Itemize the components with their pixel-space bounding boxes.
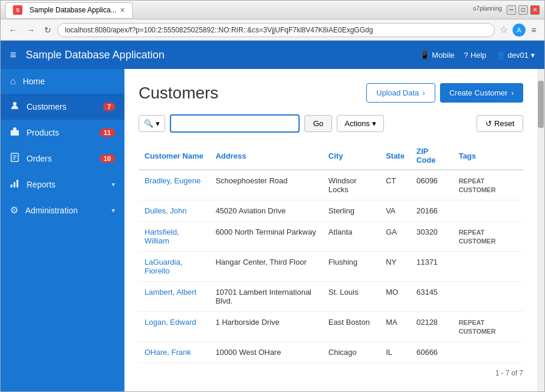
hamburger-icon[interactable]: ≡ bbox=[10, 49, 17, 61]
customer-name-link[interactable]: Hartsfield, William bbox=[145, 228, 179, 245]
cell-tags: REPEAT CUSTOMER bbox=[453, 312, 523, 342]
actions-button[interactable]: Actions ▾ bbox=[337, 115, 384, 132]
title-bar: S Sample Database Applica... ✕ o7plannin… bbox=[1, 1, 544, 19]
help-btn[interactable]: ? Help bbox=[464, 51, 487, 60]
table-row: LaGuardia, FiorelloHangar Center, Third … bbox=[139, 252, 523, 282]
search-select[interactable]: 🔍 ▾ bbox=[139, 115, 165, 132]
bookmark-icon[interactable]: ☆ bbox=[500, 24, 508, 35]
cell-state: NY bbox=[380, 252, 411, 282]
reload-btn[interactable]: ↻ bbox=[41, 23, 55, 37]
customers-table: Customer Name Address City State ZIP Cod… bbox=[139, 142, 523, 363]
scrollbar-thumb[interactable] bbox=[538, 81, 544, 128]
browser-window: S Sample Database Applica... ✕ o7plannin… bbox=[0, 0, 545, 392]
search-input[interactable] bbox=[170, 114, 300, 133]
col-address[interactable]: Address bbox=[209, 142, 322, 170]
search-select-chevron: ▾ bbox=[156, 119, 160, 128]
cell-tags: REPEAT CUSTOMER bbox=[453, 170, 523, 200]
administration-icon: ⚙ bbox=[10, 205, 18, 216]
minimize-btn[interactable]: ─ bbox=[507, 5, 516, 15]
cell-city: St. Louis bbox=[323, 282, 380, 312]
menu-btn[interactable]: ≡ bbox=[528, 23, 540, 37]
cell-customer-name: Bradley, Eugene bbox=[139, 170, 209, 200]
cell-address: Hangar Center, Third Floor bbox=[209, 252, 322, 282]
reset-icon: ↺ bbox=[485, 119, 492, 128]
customer-name-link[interactable]: LaGuardia, Fiorello bbox=[145, 258, 182, 275]
col-city[interactable]: City bbox=[323, 142, 380, 170]
table-row: Bradley, EugeneSchoephoester RoadWindsor… bbox=[139, 170, 523, 200]
cell-zip-code: 20166 bbox=[411, 200, 453, 222]
forward-btn[interactable]: → bbox=[23, 23, 38, 37]
cell-address: 10701 Lambert International Blvd. bbox=[209, 282, 322, 312]
table-row: Lambert, Albert10701 Lambert Internation… bbox=[139, 282, 523, 312]
customer-name-link[interactable]: Bradley, Eugene bbox=[145, 176, 201, 185]
sidebar-item-customers[interactable]: Customers 7 bbox=[1, 94, 124, 120]
pagination: 1 - 7 of 7 bbox=[139, 363, 523, 383]
cell-tags bbox=[453, 282, 523, 312]
customer-name-link[interactable]: Dulles, John bbox=[145, 206, 187, 215]
svg-rect-6 bbox=[11, 185, 12, 187]
svg-rect-8 bbox=[17, 180, 18, 187]
mobile-btn[interactable]: 📱 Mobile bbox=[420, 51, 454, 60]
cell-address: 6000 North Terminal Parkway bbox=[209, 222, 322, 252]
reset-button[interactable]: ↺ Reset bbox=[477, 115, 523, 132]
table-row: Logan, Edward1 Harborside DriveEast Bost… bbox=[139, 312, 523, 342]
sidebar-item-administration[interactable]: ⚙ Administration ▾ bbox=[1, 197, 124, 223]
main-content: Customers Upload Data › Create Customer … bbox=[124, 69, 537, 391]
scrollbar[interactable] bbox=[537, 69, 544, 391]
customer-name-link[interactable]: OHare, Frank bbox=[145, 348, 191, 357]
administration-chevron-icon: ▾ bbox=[111, 206, 115, 215]
actions-chevron-icon: ▾ bbox=[372, 119, 376, 128]
window-controls: o7planning ─ □ ✕ bbox=[473, 5, 540, 15]
sidebar-item-home[interactable]: ⌂ Home bbox=[1, 69, 124, 94]
cell-state: CT bbox=[380, 170, 411, 200]
create-customer-button[interactable]: Create Customer › bbox=[440, 83, 523, 103]
cell-tags: REPEAT CUSTOMER bbox=[453, 222, 523, 252]
upload-chevron-icon: › bbox=[422, 88, 425, 97]
svg-point-0 bbox=[13, 102, 17, 106]
col-zip-code[interactable]: ZIP Code bbox=[411, 142, 453, 170]
cell-state: GA bbox=[380, 222, 411, 252]
svg-rect-1 bbox=[11, 130, 19, 136]
browser-tab[interactable]: S Sample Database Applica... ✕ bbox=[5, 2, 133, 18]
maximize-btn[interactable]: □ bbox=[518, 5, 528, 15]
go-button[interactable]: Go bbox=[304, 115, 332, 132]
profile-btn[interactable]: A bbox=[513, 24, 526, 37]
mobile-icon: 📱 bbox=[420, 51, 429, 60]
cell-city: Flushing bbox=[323, 252, 380, 282]
reports-chevron-icon: ▾ bbox=[111, 180, 115, 189]
col-customer-name[interactable]: Customer Name bbox=[139, 142, 209, 170]
sidebar-item-orders[interactable]: Orders 10 bbox=[1, 146, 124, 172]
tab-title: Sample Database Applica... bbox=[29, 6, 116, 14]
cell-state: IL bbox=[380, 342, 411, 363]
cell-city: East Boston bbox=[323, 312, 380, 342]
cell-tags bbox=[453, 342, 523, 363]
sidebar-item-reports[interactable]: Reports ▾ bbox=[1, 172, 124, 197]
sidebar-administration-label: Administration bbox=[25, 206, 104, 215]
sidebar-item-products[interactable]: Products 11 bbox=[1, 120, 124, 146]
upload-data-button[interactable]: Upload Data › bbox=[366, 83, 435, 103]
cell-zip-code: 63145 bbox=[411, 282, 453, 312]
back-btn[interactable]: ← bbox=[5, 23, 21, 37]
create-chevron-icon: › bbox=[511, 88, 514, 97]
customer-name-link[interactable]: Logan, Edward bbox=[145, 318, 196, 327]
user-menu-btn[interactable]: 👤 dev01 ▾ bbox=[496, 51, 535, 60]
cell-customer-name: OHare, Frank bbox=[139, 342, 209, 363]
cell-city: Sterling bbox=[323, 200, 380, 222]
tab-close-btn[interactable]: ✕ bbox=[120, 6, 125, 14]
table-row: OHare, Frank10000 West OHareChicagoIL606… bbox=[139, 342, 523, 363]
col-tags[interactable]: Tags bbox=[453, 142, 523, 170]
sidebar: ⌂ Home Customers 7 bbox=[1, 69, 124, 391]
cell-state: VA bbox=[380, 200, 411, 222]
cell-zip-code: 11371 bbox=[411, 252, 453, 282]
customer-name-link[interactable]: Lambert, Albert bbox=[145, 288, 196, 297]
col-state[interactable]: State bbox=[380, 142, 411, 170]
cell-customer-name: Dulles, John bbox=[139, 200, 209, 222]
products-icon bbox=[10, 127, 19, 139]
sidebar-products-label: Products bbox=[27, 128, 93, 137]
cell-tags bbox=[453, 252, 523, 282]
sidebar-orders-label: Orders bbox=[27, 154, 93, 163]
close-btn[interactable]: ✕ bbox=[530, 5, 540, 15]
products-badge: 11 bbox=[100, 129, 115, 137]
address-bar[interactable] bbox=[57, 23, 495, 37]
cell-tags bbox=[453, 200, 523, 222]
